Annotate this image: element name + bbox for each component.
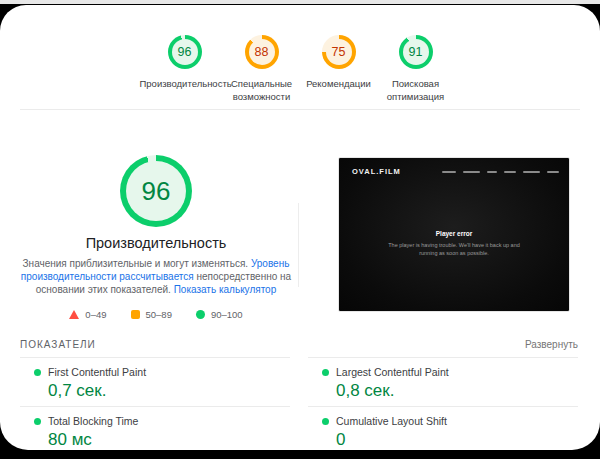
metric-cls: Cumulative Layout Shift 0	[308, 406, 578, 450]
nav-item-placeholder	[463, 171, 480, 173]
legend-good: 90–100	[196, 309, 243, 320]
category-label: Производительность	[140, 77, 230, 90]
category-seo[interactable]: 91 Поисковая оптимизация	[377, 35, 454, 103]
good-dot-icon	[322, 418, 329, 425]
description-text: Значения приблизительные и могут изменят…	[23, 258, 251, 269]
player-error-line: running as soon as possible.	[339, 249, 569, 257]
fail-triangle-icon	[69, 310, 79, 319]
best-practices-score: 75	[332, 45, 346, 59]
site-nav-placeholder	[442, 171, 559, 173]
metric-name: Cumulative Layout Shift	[336, 415, 447, 427]
good-dot-icon	[34, 418, 41, 425]
nav-item-placeholder	[442, 171, 456, 173]
metric-name: First Contentful Paint	[48, 366, 146, 378]
metric-head: Cumulative Layout Shift	[322, 415, 578, 427]
accessibility-score: 88	[255, 45, 269, 59]
player-error-block: Player error The player is having troubl…	[339, 230, 569, 257]
section-divider	[20, 109, 580, 110]
accessibility-score-gauge: 88	[245, 35, 279, 69]
legend-average: 50–89	[131, 309, 172, 320]
good-dot-icon	[34, 369, 41, 376]
metric-head: Largest Contentful Paint	[322, 366, 578, 378]
seo-score-gauge: 91	[399, 35, 433, 69]
report-card: 96 Производительность 88 Специальные воз…	[0, 5, 600, 450]
category-label: Специальные возможности	[223, 77, 300, 103]
performance-score: 96	[178, 45, 192, 59]
site-logo: OVAL.FILM	[352, 167, 401, 176]
metric-value: 0,7 сек.	[48, 381, 290, 401]
calculator-link[interactable]: Показать калькулятор	[174, 284, 277, 295]
expand-metrics-button[interactable]: Развернуть	[525, 339, 578, 350]
metrics-header-row: ПОКАЗАТЕЛИ Развернуть	[20, 339, 578, 350]
performance-score-gauge: 96	[168, 35, 202, 69]
legend-range: 0–49	[85, 309, 106, 320]
metric-head: First Contentful Paint	[34, 366, 290, 378]
category-label: Рекомендации	[306, 77, 371, 90]
page-top-edge	[0, 0, 600, 4]
good-circle-icon	[196, 310, 205, 319]
final-screenshot-thumbnail: OVAL.FILM Player error The player is hav…	[338, 157, 570, 312]
lighthouse-report: { "header_gauges": [ {"score": "96", "la…	[0, 0, 600, 459]
vertical-divider	[298, 203, 299, 287]
performance-title: Производительность	[20, 235, 292, 251]
good-dot-icon	[322, 369, 329, 376]
player-error-title: Player error	[339, 230, 569, 237]
category-performance[interactable]: 96 Производительность	[146, 35, 223, 103]
seo-score: 91	[409, 45, 423, 59]
metric-value: 0	[336, 430, 578, 450]
metrics-grid: First Contentful Paint 0,7 сек. Largest …	[20, 357, 578, 450]
category-scores-row: 96 Производительность 88 Специальные воз…	[0, 35, 600, 103]
best-practices-score-gauge: 75	[322, 35, 356, 69]
nav-item-placeholder	[523, 171, 540, 173]
category-accessibility[interactable]: 88 Специальные возможности	[223, 35, 300, 103]
metric-tbt: Total Blocking Time 80 мс	[20, 406, 290, 450]
category-best-practices[interactable]: 75 Рекомендации	[300, 35, 377, 103]
metric-value: 80 мс	[48, 430, 290, 450]
metric-lcp: Largest Contentful Paint 0,8 сек.	[308, 357, 578, 406]
player-error-message: The player is having trouble. We'll have…	[339, 241, 569, 257]
metric-name: Largest Contentful Paint	[336, 366, 449, 378]
category-label: Поисковая оптимизация	[377, 77, 454, 103]
performance-section: 96 Производительность Значения приблизит…	[20, 155, 292, 320]
metric-value: 0,8 сек.	[336, 381, 578, 401]
metric-fcp: First Contentful Paint 0,7 сек.	[20, 357, 290, 406]
performance-main-score: 96	[142, 176, 171, 207]
nav-item-placeholder	[504, 171, 516, 173]
legend-fail: 0–49	[69, 309, 106, 320]
performance-description: Значения приблизительные и могут изменят…	[20, 257, 292, 296]
performance-main-gauge: 96	[120, 155, 192, 227]
score-legend: 0–49 50–89 90–100	[20, 309, 292, 320]
average-square-icon	[131, 310, 140, 319]
nav-item-placeholder	[487, 171, 497, 173]
metric-name: Total Blocking Time	[48, 415, 138, 427]
metrics-section-title: ПОКАЗАТЕЛИ	[20, 339, 96, 350]
legend-range: 90–100	[211, 309, 243, 320]
metric-head: Total Blocking Time	[34, 415, 290, 427]
legend-range: 50–89	[146, 309, 172, 320]
nav-item-placeholder	[547, 171, 559, 173]
player-error-line: The player is having trouble. We'll have…	[339, 241, 569, 249]
